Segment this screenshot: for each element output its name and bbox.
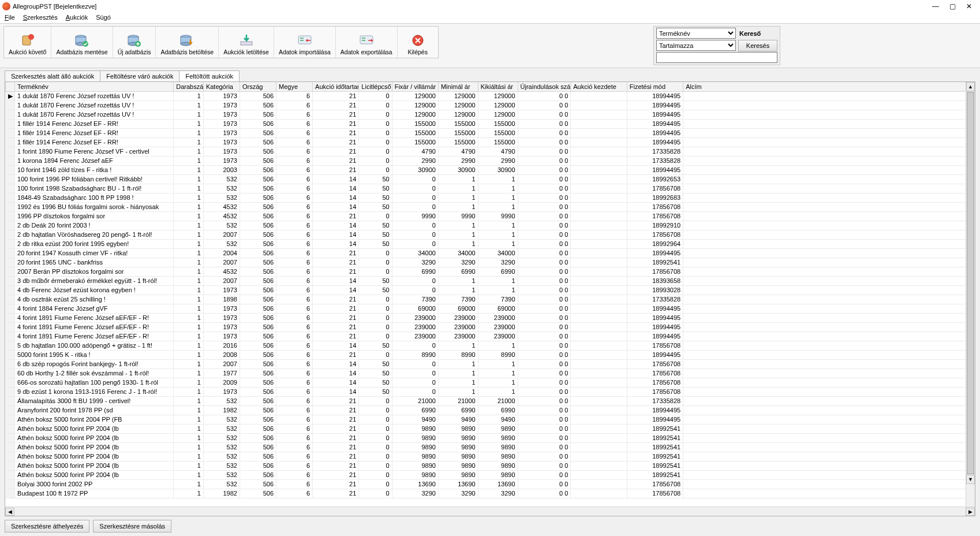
cell: 239000: [392, 314, 438, 323]
cell: 6: [276, 489, 313, 498]
cell: 21: [313, 480, 359, 489]
close-button[interactable]: ✕: [966, 2, 972, 10]
cell: Athén boksz 5000 forint PP 2004 (lb: [15, 434, 174, 443]
cell: 0 0: [518, 443, 571, 452]
cell: 6: [276, 425, 313, 434]
column-header[interactable]: Újraindulások száma: [518, 82, 571, 92]
vertical-scrollbar[interactable]: ▲ ▼: [966, 82, 975, 507]
column-header[interactable]: Fizetési mód: [627, 82, 683, 92]
cell: 1973: [203, 129, 240, 138]
scroll-thumb[interactable]: [967, 92, 974, 474]
table-row[interactable]: 2 db ritka ezüst 200 forint 1995 egyben!…: [6, 240, 975, 249]
table-row[interactable]: 5000 forint 1995 K - ritka !120085066210…: [6, 351, 975, 360]
search-button[interactable]: Keresés: [738, 40, 777, 51]
menu-sugo[interactable]: Súgó: [96, 14, 111, 21]
tab-szerkesztes-alatt[interactable]: Szerkesztés alatt álló aukciók: [5, 70, 100, 81]
column-header[interactable]: Kikiáltási ár: [478, 82, 518, 92]
table-row[interactable]: 4 forint 1891 Fiume Ferenc József aEF/EF…: [6, 314, 975, 323]
table-row[interactable]: 5 db hajtatlan 100.000 adópengő + grátis…: [6, 341, 975, 351]
column-header[interactable]: Aukció kezdete: [571, 82, 627, 92]
minimize-button[interactable]: —: [932, 2, 939, 10]
table-row[interactable]: Aranyforint 200 forint 1978 PP (sd119825…: [6, 406, 975, 415]
column-header[interactable]: Aukció időtartama: [313, 82, 359, 92]
table-row[interactable]: Athén boksz 5000 forint PP 2004 (lb15325…: [6, 452, 975, 461]
table-row[interactable]: 1 korona 1894 Ferenc József aEF119735066…: [6, 157, 975, 166]
uj-adatbazis-button[interactable]: Új adatbázis: [113, 27, 156, 58]
table-row[interactable]: 4 forint 1884 Ferenc József gVF119735066…: [6, 304, 975, 314]
search-input[interactable]: [656, 52, 777, 63]
table-row[interactable]: 1 forint 1890 Fiume Ferenc József VF - c…: [6, 147, 975, 157]
menu-aukciok[interactable]: Aukciók: [66, 14, 88, 21]
menu-szerkesztes[interactable]: Szerkesztés: [23, 14, 58, 21]
search-field-select[interactable]: Terméknév: [656, 28, 736, 39]
table-row[interactable]: 666-os sorozatú hajtatlan 100 pengő 1930…: [6, 378, 975, 388]
scroll-up-icon[interactable]: ▲: [966, 82, 975, 91]
table-row[interactable]: Athén boksz 5000 forint PP 2004 (lb15325…: [6, 443, 975, 452]
column-header[interactable]: Licitlépcső: [359, 82, 392, 92]
table-row[interactable]: 60 db Horthy 1-2 fillér sok évszámmal - …: [6, 369, 975, 378]
svg-rect-16: [300, 40, 304, 41]
tab-feltoltott[interactable]: Feltöltött aukciók: [179, 70, 240, 81]
column-header[interactable]: Terméknév: [15, 82, 174, 92]
tab-feltoltesre-varo[interactable]: Feltöltésre váró aukciók: [100, 70, 179, 81]
aukciok-letoltese-button[interactable]: Aukciók letöltése: [219, 27, 274, 58]
scroll-down-icon[interactable]: ▼: [966, 475, 975, 484]
column-header[interactable]: Fixár / villámár: [392, 82, 438, 92]
szerkesztesre-masolas-button[interactable]: Szerkesztésre másolás: [93, 520, 171, 533]
cell: [683, 461, 975, 471]
table-row[interactable]: 10 forint 1946 zöld tízes F - ritka !120…: [6, 166, 975, 175]
cell: [571, 110, 627, 120]
horizontal-scrollbar[interactable]: ◀ ▶: [5, 507, 975, 516]
table-row[interactable]: 2007 Berán PP dísztokos forgalmi sor1453…: [6, 267, 975, 277]
adatbazis-betoltese-button[interactable]: Adatbázis betöltése: [156, 27, 219, 58]
column-header[interactable]: Alcím: [683, 82, 975, 92]
table-row[interactable]: 100 forint 1996 PP fóliában certivel! Ri…: [6, 175, 975, 184]
table-row[interactable]: 4 db Ferenc József ezüst korona egyben !…: [6, 286, 975, 295]
menu-file[interactable]: File: [5, 14, 15, 21]
column-header[interactable]: Darabszám: [174, 82, 204, 92]
table-row[interactable]: Athén boksz 5000 forint 2004 PP (FB15325…: [6, 415, 975, 425]
table-row[interactable]: 3 db műbőr érmeberakó érmékkel együtt - …: [6, 277, 975, 286]
table-row[interactable]: Athén boksz 5000 forint PP 2004 (lb15325…: [6, 434, 975, 443]
table-row[interactable]: 1 fillér 1914 Ferenc József EF - RR!1197…: [6, 138, 975, 147]
table-row[interactable]: ▶1 dukát 1870 Ferenc József rozettás UV …: [6, 92, 975, 101]
column-header[interactable]: Minimál ár: [438, 82, 478, 92]
search-op-select[interactable]: Tartalmazza: [656, 40, 736, 51]
table-row[interactable]: 20 forint 1965 UNC - bankfriss1200750662…: [6, 258, 975, 267]
table-row[interactable]: 1992 és 1996 BU fóliás forgalmi sorok - …: [6, 203, 975, 212]
table-row[interactable]: 1 dukát 1870 Ferenc József rozettás UV !…: [6, 110, 975, 120]
table-row[interactable]: 1848-49 Szabadságharc 100 ft PP 1998 !15…: [6, 193, 975, 203]
table-row[interactable]: Bolyai 3000 forint 2002 PP15325066210136…: [6, 480, 975, 489]
table-row[interactable]: 2 db Deák 20 forint 2003 !15325066145001…: [6, 221, 975, 230]
table-row[interactable]: 4 forint 1891 Fiume Ferenc József aEF/EF…: [6, 332, 975, 341]
scroll-right-icon[interactable]: ▶: [966, 508, 975, 516]
scroll-left-icon[interactable]: ◀: [5, 508, 14, 516]
table-row[interactable]: Államalapítás 3000 ft BU 1999 - certivel…: [6, 397, 975, 406]
table-row[interactable]: 9 db ezüst 1 korona 1913-1916 Ferenc J -…: [6, 388, 975, 397]
table-row[interactable]: 20 forint 1947 Kossuth címer VF - ritka!…: [6, 249, 975, 258]
kilepes-button[interactable]: Kilépés: [398, 27, 438, 58]
column-header[interactable]: Ország: [240, 82, 276, 92]
table-row[interactable]: 6 db szép ropogós Forint bankjegy- 1 ft-…: [6, 360, 975, 369]
table-row[interactable]: Athén boksz 5000 forint PP 2004 (lb15325…: [6, 425, 975, 434]
table-row[interactable]: Budapest 100 ft 1972 PP11982506621032903…: [6, 489, 975, 498]
table-row[interactable]: 4 forint 1891 Fiume Ferenc József aEF/EF…: [6, 323, 975, 332]
table-row[interactable]: Athén boksz 5000 forint PP 2004 (lb15325…: [6, 471, 975, 480]
adatok-exportalasa-button[interactable]: Adatok exportálása: [336, 27, 398, 58]
table-row[interactable]: 2 db hajtatlan Vöröshadsereg 20 pengő- 1…: [6, 230, 975, 240]
maximize-button[interactable]: ▢: [949, 2, 956, 10]
adatbazis-mentese-button[interactable]: Adatbázis mentése: [51, 27, 113, 58]
cell: 506: [240, 157, 276, 166]
column-header[interactable]: Megye: [276, 82, 313, 92]
table-row[interactable]: 1 fillér 1914 Ferenc József EF - RR!1197…: [6, 129, 975, 138]
szerkesztesre-athelyezes-button[interactable]: Szerkesztésre áthelyezés: [5, 520, 89, 533]
table-row[interactable]: 4 db osztrák ezüst 25 schilling !1189850…: [6, 295, 975, 304]
table-row[interactable]: 1 fillér 1914 Ferenc József EF - RR!1197…: [6, 120, 975, 129]
aukcio-koveto-button[interactable]: Aukció követő: [4, 27, 51, 58]
column-header[interactable]: Kategória: [203, 82, 240, 92]
table-row[interactable]: 1996 PP dísztokos forgalmi sor1453250662…: [6, 212, 975, 221]
table-row[interactable]: Athén boksz 5000 forint PP 2004 (lb15325…: [6, 461, 975, 471]
adatok-importalasa-button[interactable]: Adatok importálása: [274, 27, 336, 58]
table-row[interactable]: 100 forint 1998 Szabadságharc BU - 1 ft-…: [6, 184, 975, 193]
table-row[interactable]: 1 dukát 1870 Ferenc József rozettás UV !…: [6, 101, 975, 110]
